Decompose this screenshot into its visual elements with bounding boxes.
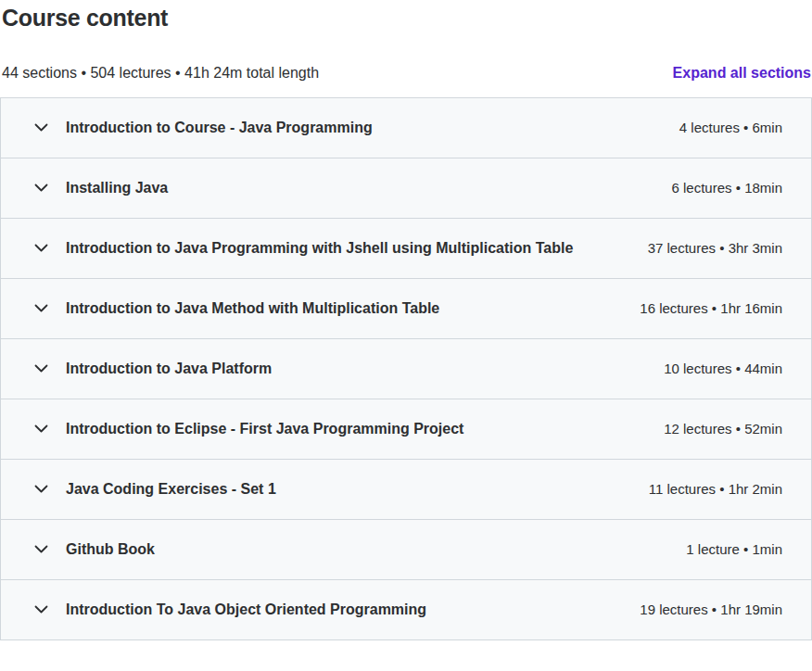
chevron-down-icon [34, 117, 48, 139]
section-title: Introduction to Java Programming with Js… [66, 237, 626, 260]
section-row[interactable]: Introduction to Java Platform 10 lecture… [1, 338, 811, 399]
expand-all-sections-link[interactable]: Expand all sections [673, 64, 811, 82]
chevron-down-icon [34, 538, 48, 561]
section-row[interactable]: Introduction to Course - Java Programmin… [1, 98, 811, 158]
section-meta: 1 lecture • 1min [686, 538, 782, 561]
section-meta: 12 lectures • 52min [664, 418, 782, 440]
section-row[interactable]: Introduction to Java Programming with Js… [1, 218, 811, 278]
section-title: Introduction to Java Platform [66, 358, 641, 380]
section-meta: 10 lectures • 44min [664, 358, 782, 380]
chevron-down-icon [34, 418, 48, 440]
section-title: Introduction to Eclipse - First Java Pro… [66, 418, 641, 440]
section-meta: 6 lectures • 18min [672, 177, 782, 199]
chevron-down-icon [34, 478, 48, 500]
course-content-panel: Course content 44 sections • 504 lecture… [0, 0, 812, 640]
section-row[interactable]: Introduction to Java Method with Multipl… [1, 278, 811, 338]
page-title: Course content [2, 5, 812, 31]
section-row[interactable]: Introduction To Java Object Oriented Pro… [1, 579, 811, 639]
section-title: Introduction to Course - Java Programmin… [66, 117, 657, 139]
section-row[interactable]: Java Coding Exercises - Set 1 11 lecture… [1, 459, 811, 519]
section-meta: 16 lectures • 1hr 16min [640, 298, 782, 320]
section-row[interactable]: Introduction to Eclipse - First Java Pro… [1, 399, 811, 459]
section-title: Installing Java [66, 177, 650, 199]
section-title: Introduction To Java Object Oriented Pro… [66, 599, 617, 621]
section-meta: 4 lectures • 6min [679, 117, 782, 139]
chevron-down-icon [34, 358, 48, 380]
chevron-down-icon [34, 177, 48, 199]
section-title: Github Book [66, 538, 664, 561]
chevron-down-icon [34, 298, 48, 320]
section-title: Introduction to Java Method with Multipl… [66, 298, 617, 320]
section-row[interactable]: Installing Java 6 lectures • 18min [1, 158, 811, 218]
section-meta: 11 lectures • 1hr 2min [649, 478, 782, 500]
section-meta: 37 lectures • 3hr 3min [648, 237, 782, 260]
chevron-down-icon [34, 599, 48, 621]
section-meta: 19 lectures • 1hr 19min [640, 599, 782, 621]
section-row[interactable]: Github Book 1 lecture • 1min [1, 519, 811, 579]
section-title: Java Coding Exercises - Set 1 [66, 478, 627, 500]
chevron-down-icon [34, 237, 48, 260]
course-summary: 44 sections • 504 lectures • 41h 24m tot… [2, 64, 319, 82]
section-list: Introduction to Course - Java Programmin… [0, 97, 812, 640]
course-stats-row: 44 sections • 504 lectures • 41h 24m tot… [2, 64, 811, 82]
